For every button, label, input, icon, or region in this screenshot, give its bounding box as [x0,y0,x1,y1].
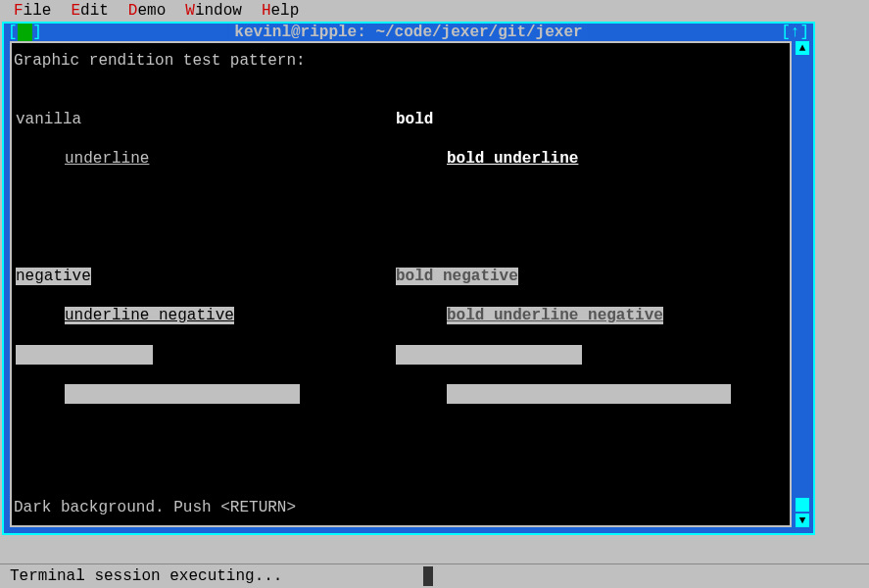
menu-demo[interactable]: Demo [128,2,166,20]
menu-edit[interactable]: Edit [71,2,108,20]
scroll-down-icon[interactable]: ▼ [796,514,809,527]
window-close-control[interactable]: [ ] [8,24,42,41]
vertical-scrollbar[interactable]: ▲ ▼ [796,41,809,527]
sample-bold: bold [396,111,433,128]
sample-underline: underline [65,150,149,168]
sample-bold-underline: bold underline [447,150,578,168]
statusbar-container: Terminal session executing... [0,547,869,588]
sample-negative: negative [16,268,91,285]
inverse-block [16,345,153,365]
window-maximize-control[interactable]: [↑] [781,24,809,41]
desktop-background [815,22,869,535]
inverse-block [396,345,582,365]
terminal-window: [ ] kevinl@ripple: ~/code/jexer/git/jexe… [2,22,815,535]
menu-help[interactable]: Help [262,2,299,20]
prompt-line: Dark background. Push <RETURN> [14,498,296,517]
cursor-icon [423,566,433,586]
window-titlebar: [ ] kevinl@ripple: ~/code/jexer/git/jexe… [4,24,813,41]
statusbar: Terminal session executing... [0,564,869,588]
heading: Graphic rendition test pattern: [14,51,788,71]
menu-file[interactable]: File [14,2,51,20]
menu-window[interactable]: Window [185,2,242,20]
sample-bold-underline-negative: bold underline negative [447,307,663,324]
status-text: Terminal session executing... [10,567,282,585]
scrollbar-thumb[interactable] [796,498,809,512]
sample-vanilla: vanilla [16,111,81,128]
inverse-block [65,384,300,404]
sample-bold-negative: bold negative [396,268,518,285]
terminal-viewport: Graphic rendition test pattern: vanilla … [10,41,792,527]
sample-underline-negative: underline negative [65,307,234,324]
scroll-up-icon[interactable]: ▲ [796,41,809,55]
window-title: kevinl@ripple: ~/code/jexer/git/jexer [228,24,588,41]
inverse-block [447,384,731,404]
terminal-content[interactable]: Graphic rendition test pattern: vanilla … [12,51,790,525]
menubar: File Edit Demo Window Help [0,0,869,22]
